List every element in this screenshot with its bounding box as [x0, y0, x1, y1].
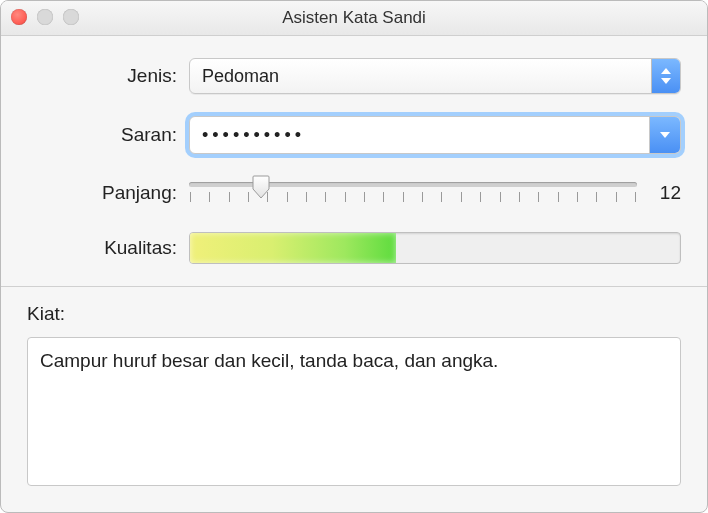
type-selected-value: Pedoman	[202, 66, 279, 87]
suggestion-field-wrapper	[189, 116, 681, 154]
chevron-down-icon	[659, 131, 671, 139]
quality-fill	[190, 233, 396, 263]
window-title: Asisten Kata Sandi	[282, 8, 426, 28]
suggestion-dropdown-button[interactable]	[649, 117, 680, 153]
window-minimize-button[interactable]	[37, 9, 53, 25]
window-close-button[interactable]	[11, 9, 27, 25]
tips-text: Campur huruf besar dan kecil, tanda baca…	[40, 350, 498, 371]
quality-label: Kualitas:	[27, 237, 189, 259]
titlebar: Asisten Kata Sandi	[1, 1, 707, 36]
password-assistant-window: Asisten Kata Sandi Jenis: Pedoman Saran:	[0, 0, 708, 513]
tips-label: Kiat:	[27, 303, 681, 325]
type-dropdown[interactable]: Pedoman	[189, 58, 681, 94]
window-zoom-button[interactable]	[63, 9, 79, 25]
suggestion-label: Saran:	[27, 124, 189, 146]
length-slider[interactable]	[189, 176, 637, 210]
suggestion-input[interactable]	[190, 117, 649, 153]
quality-meter	[189, 232, 681, 264]
length-label: Panjang:	[27, 182, 189, 204]
length-value: 12	[647, 182, 681, 204]
tips-textbox: Campur huruf besar dan kecil, tanda baca…	[27, 337, 681, 486]
stepper-updown-icon[interactable]	[651, 59, 680, 93]
type-label: Jenis:	[27, 65, 189, 87]
slider-thumb[interactable]	[252, 175, 270, 199]
